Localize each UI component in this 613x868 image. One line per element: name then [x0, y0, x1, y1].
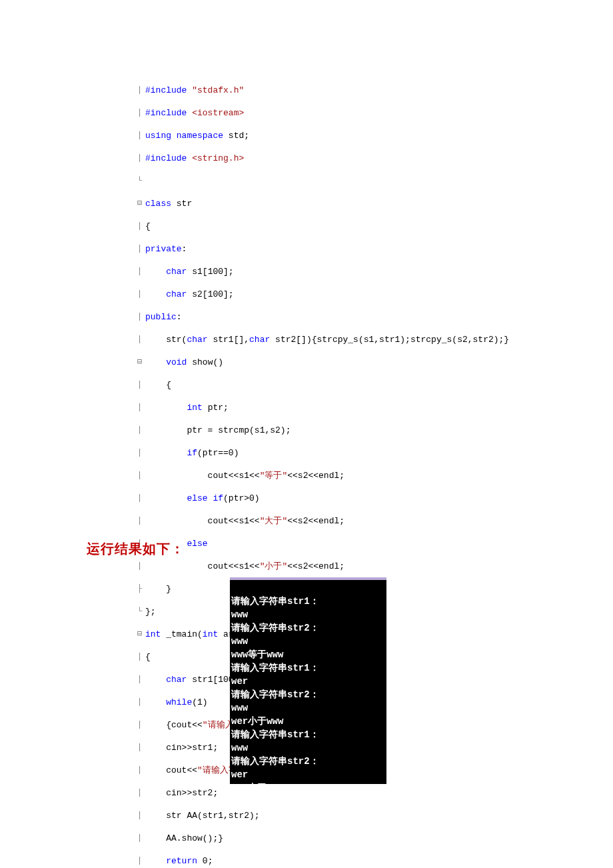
main-name: _tmain( [161, 629, 202, 639]
console-output: 请输入字符串str1： www 请输入字符串str2： www www等于www… [230, 577, 386, 784]
ctor-end: str2[]){strcpy_s(s1,str1);strcpy_s(s2,st… [270, 335, 509, 345]
cout-post: <<s2<<endl; [287, 516, 344, 526]
int-type: int [187, 403, 202, 413]
string-literal: "小于" [260, 561, 288, 571]
char-type: char [166, 675, 187, 685]
return-val: 0; [197, 856, 213, 866]
console-line: www [231, 609, 248, 620]
console-line: www [231, 743, 248, 753]
cin-stmt: cin>>str1; [145, 743, 218, 753]
console-line: wer [231, 676, 248, 687]
else-kw: else [187, 539, 207, 549]
brace: { [145, 221, 151, 231]
console-line: 请输入字符串str2： [231, 756, 319, 767]
preproc: #include [145, 85, 192, 95]
result-heading: 运行结果如下： [87, 540, 185, 558]
field: s1[100]; [187, 267, 233, 277]
cout-post: <<s2<<endl; [287, 471, 344, 481]
class-end: }; [145, 607, 156, 617]
while-kw: while [166, 697, 192, 707]
int-type: int [145, 629, 161, 639]
colon: : [177, 312, 182, 322]
ctor-mid: str1[], [208, 335, 249, 345]
console-line: 请输入字符串str1： [231, 663, 319, 673]
console-line: wer [231, 769, 248, 780]
preproc: #include [145, 153, 192, 163]
ctor-start: str( [145, 335, 187, 345]
brace: } [145, 584, 171, 594]
using-kw: using namespace [145, 131, 223, 141]
cout-pre: cout<<s1<< [145, 561, 260, 571]
class-name: str [171, 199, 192, 209]
char-type: char [166, 267, 187, 277]
console-line: 请输入字符串str2： [231, 623, 319, 633]
console-line: 请输入字符串str1： [231, 596, 319, 607]
char-type: char [166, 289, 187, 299]
call-stmt: AA.show();} [145, 833, 223, 843]
obj-decl: str AA(str1,str2); [145, 811, 260, 821]
ptr-assign: ptr = strcmp(s1,s2); [145, 425, 291, 435]
cout-pre: cout<<s1<< [145, 516, 260, 526]
include-angle: <string.h> [192, 153, 244, 163]
brace: { [145, 380, 171, 390]
int-type: int [203, 629, 218, 639]
cin-stmt: cin>>str2; [145, 788, 218, 798]
colon: : [182, 244, 187, 254]
public-kw: public [145, 312, 177, 322]
preproc: #include [145, 108, 192, 118]
private-kw: private [145, 244, 182, 254]
while-cond: (1) [192, 697, 207, 707]
char-type: char [249, 335, 270, 345]
cout-post: <<s2<<endl; [287, 561, 344, 571]
show-decl: show() [187, 357, 223, 367]
console-line: 请输入字符串str1： [231, 729, 319, 740]
ptr-decl: ptr; [203, 403, 229, 413]
return-kw: return [166, 856, 197, 866]
console-line: www [231, 703, 248, 713]
string-literal: "等于" [260, 471, 288, 481]
elseif-cond: (ptr>0) [223, 493, 260, 503]
cout-pre: cout<< [145, 765, 197, 775]
include-string: "stdafx.h" [192, 85, 244, 95]
brace: { [145, 652, 151, 662]
console-line: wer小于www [231, 716, 283, 727]
string-literal: "大于" [260, 516, 288, 526]
field: s2[100]; [187, 289, 233, 299]
if-kw: if [187, 448, 197, 458]
using-rest: std; [223, 131, 249, 141]
console-line: www [231, 636, 248, 647]
if-cond: (ptr==0) [197, 448, 239, 458]
void-type: void [166, 357, 187, 367]
class-kw: class [145, 199, 171, 209]
console-line: 请输入字符串str2： [231, 689, 319, 700]
include-angle: <iostream> [192, 108, 244, 118]
console-line: www等于www [231, 649, 283, 660]
elseif-kw: else if [187, 493, 223, 503]
cout-pre: cout<<s1<< [145, 471, 260, 481]
char-type: char [187, 335, 207, 345]
cout-pre: {cout<< [145, 720, 203, 730]
console-line: www大于wer [231, 783, 283, 784]
